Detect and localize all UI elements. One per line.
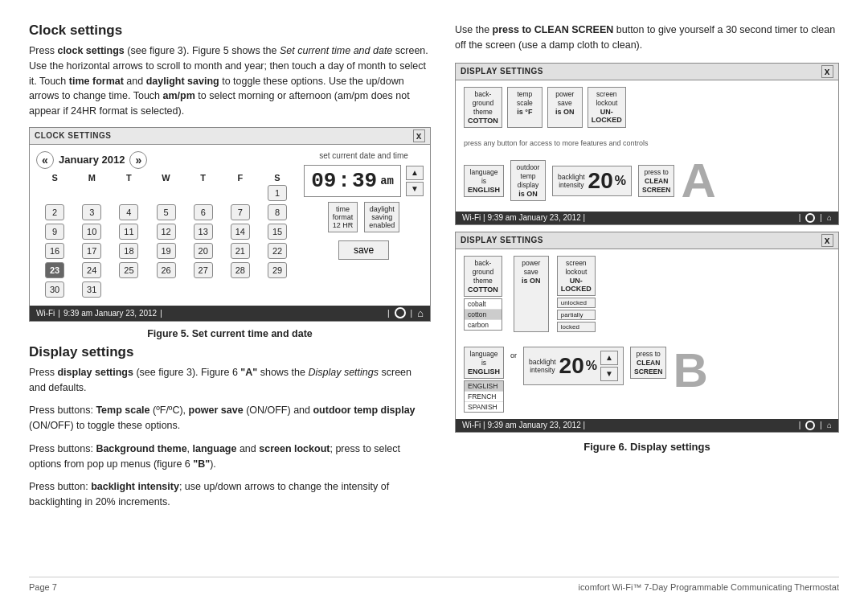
language-button-a[interactable]: language is ENGLISH [464, 165, 504, 197]
calendar-day[interactable]: 18 [119, 243, 138, 259]
calendar-day[interactable]: 30 [45, 281, 64, 298]
calendar-row: 2345678 [36, 203, 296, 222]
calendar-day[interactable]: 26 [157, 262, 176, 278]
cal-header-mon: M [73, 172, 110, 183]
calendar-day[interactable]: 27 [194, 262, 213, 278]
calendar-day[interactable]: 5 [157, 204, 176, 220]
display-fig-a-wifi: Wi-Fi | 9:39 am January 23, 2012 | | | ⌂ [456, 212, 838, 224]
calendar-day[interactable]: 13 [194, 224, 213, 240]
calendar-day[interactable]: 29 [268, 262, 287, 278]
calendar-day[interactable]: 16 [45, 243, 64, 259]
calendar-day[interactable]: 31 [82, 281, 101, 298]
time-format-button[interactable]: timeformat12 HR [328, 202, 358, 232]
calendar-day[interactable]: 9 [45, 224, 64, 240]
calendar-day[interactable]: 21 [231, 243, 250, 259]
backlight-button-a[interactable]: backlight intensity 20 % [552, 166, 632, 196]
calendar-day[interactable]: 19 [157, 243, 176, 259]
calendar-day[interactable]: 4 [119, 204, 138, 220]
screen-lockout-button[interactable]: screen lockout UN-LOCKED [588, 87, 626, 128]
theme-cobalt[interactable]: cobalt [465, 299, 502, 310]
outdoor-temp-button-a[interactable]: outdoor temp display is ON [510, 160, 546, 201]
clean-screen-button-b[interactable]: press to CLEAN SCREEN [630, 347, 666, 379]
screen-lockout-button-b[interactable]: screen lockout UN-LOCKED [557, 256, 596, 296]
calendar-day[interactable]: 10 [82, 224, 101, 240]
background-theme-inner-b: back- ground theme COTTON [468, 259, 498, 294]
calendar-day[interactable]: 25 [119, 262, 138, 278]
calendar-day[interactable]: 23 [45, 262, 64, 278]
display-figure-b: DISPLAY SETTINGS x back- ground theme [455, 232, 839, 433]
next-month-button[interactable]: » [129, 151, 147, 169]
ps-b-val: is ON [518, 277, 545, 285]
calendar-day[interactable]: 8 [268, 204, 287, 220]
backlight-arrows-b: ▲ ▼ [600, 351, 618, 381]
time-up-arrow[interactable]: ▲ [406, 166, 424, 180]
backlight-inner-b: backlight intensity [529, 358, 556, 374]
wifi-signal-icon: | [58, 309, 60, 318]
calendar-day[interactable]: 12 [157, 224, 176, 240]
lockout-options: unlocked partially locked [557, 298, 596, 332]
lockout-partially[interactable]: partially [557, 310, 596, 320]
calendar-day[interactable]: 1 [268, 185, 287, 201]
language-button-b[interactable]: language is ENGLISH [464, 347, 504, 379]
time-ampm[interactable]: am [380, 175, 394, 187]
power-save-button-b[interactable]: power save is ON [514, 256, 549, 332]
calendar-day[interactable]: 20 [194, 243, 213, 259]
language-inner-a: language is ENGLISH [468, 168, 500, 194]
background-theme-button[interactable]: back- ground theme COTTON [464, 87, 502, 128]
time-minute[interactable]: 39 [352, 169, 377, 193]
disp-a-top-row: back- ground theme COTTON temp scale is … [464, 87, 626, 128]
calendar-day[interactable]: 14 [231, 224, 250, 240]
lang-french[interactable]: FRENCH [465, 392, 503, 402]
prev-month-button[interactable]: « [36, 151, 54, 169]
backlight-button-b[interactable]: backlight intensity 20 % ▲ ▼ [523, 347, 624, 385]
lang-b-label1: language [468, 350, 500, 358]
clock-figure-label: CLOCK SETTINGS [35, 131, 111, 140]
clean-inner-b: press to CLEAN SCREEN [634, 350, 662, 376]
clean-screen-button-a[interactable]: press to CLEAN SCREEN [638, 165, 674, 197]
backlight-pct-b: % [586, 359, 597, 373]
background-theme-button-b[interactable]: back- ground theme COTTON [464, 256, 502, 297]
calendar-day[interactable]: 17 [82, 243, 101, 259]
save-button[interactable]: save [338, 240, 389, 260]
calendar-day[interactable]: 28 [231, 262, 250, 278]
clock-close-icon[interactable]: x [413, 129, 425, 142]
wifi-a-home: ⌂ [827, 213, 832, 222]
backlight-up-b[interactable]: ▲ [600, 351, 618, 365]
wifi-a-left: Wi-Fi | 9:39 am January 23, 2012 | [462, 213, 585, 222]
clock-wifi-bar: Wi-Fi | 9:39 am January 23, 2012 | | | ⌂ [30, 306, 430, 321]
page: Clock settings Press clock settings (see… [0, 0, 868, 608]
wifi-b-i1: | [799, 421, 801, 429]
calendar-day[interactable]: 2 [45, 204, 64, 220]
lockout-locked[interactable]: locked [557, 322, 596, 332]
bg-label2: ground [468, 99, 498, 107]
theme-cotton[interactable]: cotton [465, 310, 502, 320]
display-body4: Press button: backlight intensity; use u… [29, 479, 431, 510]
display-fig-a-body: back- ground theme COTTON temp scale is … [456, 80, 838, 212]
display-fig-b-close[interactable]: x [821, 234, 833, 247]
calendar-day[interactable]: 22 [268, 243, 287, 259]
display-fig-a-close[interactable]: x [821, 65, 833, 78]
temp-scale-button[interactable]: temp scale is °F [507, 87, 542, 128]
calendar-nav: « January 2012 » [36, 151, 296, 169]
time-hour[interactable]: 09 [311, 169, 336, 193]
backlight-down-b[interactable]: ▼ [600, 367, 618, 381]
calendar-day[interactable]: 11 [119, 224, 138, 240]
lang-english[interactable]: ENGLISH [465, 381, 503, 392]
calendar-day[interactable]: 7 [231, 204, 250, 220]
wifi-b-sep: | [583, 421, 585, 429]
wifi-a-icons: | | ⌂ [799, 213, 832, 223]
power-save-button[interactable]: power save is ON [547, 87, 583, 128]
lang-spanish[interactable]: SPANISH [465, 402, 503, 412]
calendar-day[interactable]: 6 [194, 204, 213, 220]
daylight-saving-button[interactable]: daylightsavingenabled [364, 202, 399, 232]
calendar-row: 1 [36, 183, 296, 203]
calendar-day[interactable]: 24 [82, 262, 101, 278]
display-fig-b-body: back- ground theme COTTON cobalt cotton … [456, 249, 838, 419]
time-display-wrap: 09 : 39 am ▲ ▼ [304, 165, 424, 197]
calendar-day[interactable]: 3 [82, 204, 101, 220]
calendar-day[interactable]: 15 [268, 224, 287, 240]
bg-b-val: COTTON [468, 286, 498, 294]
time-down-arrow[interactable]: ▼ [406, 182, 424, 196]
theme-carbon[interactable]: carbon [465, 320, 502, 330]
lockout-unlocked[interactable]: unlocked [557, 298, 596, 308]
